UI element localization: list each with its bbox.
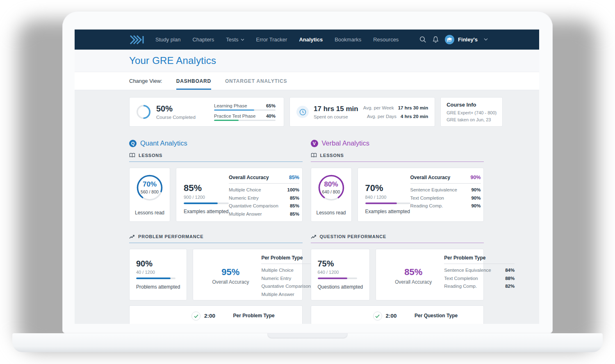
nav-item-bookmarks[interactable]: Bookmarks bbox=[335, 36, 361, 43]
view-switcher: Change View: DASHBOARD ONTARGET ANALYTIC… bbox=[75, 72, 539, 90]
check-circle-icon bbox=[373, 312, 382, 321]
table-row: Text Completion90% bbox=[410, 196, 481, 200]
learning-phase-bar bbox=[214, 109, 276, 111]
verbal-timing-card: 2:00 Per Question Type bbox=[311, 305, 484, 324]
course-info-title: Course Info bbox=[446, 102, 497, 108]
quant-timing-card: 2:00 Per Problem Type bbox=[129, 305, 303, 324]
verbal-section-title: Verbal Analytics bbox=[322, 139, 369, 147]
time-spent-value: 17 hrs 15 min bbox=[314, 105, 358, 113]
nav-item-analytics[interactable]: Analytics bbox=[299, 36, 323, 43]
laptop-notch bbox=[267, 333, 348, 339]
nav-item-study-plan[interactable]: Study plan bbox=[155, 36, 180, 43]
graduation-cap-icon bbox=[446, 37, 453, 43]
phase-progress-list: Learning Phase65% Practice Test Phase40% bbox=[214, 103, 276, 121]
course-info-line-1: GRE Expert+ (740 - 800) bbox=[446, 109, 497, 116]
verbal-lessons-donut-chart: 80% 640 / 800 bbox=[317, 174, 345, 202]
quant-lessons-heading: LESSONS bbox=[129, 152, 303, 162]
time-spent-card: 17 hrs 15 min Spent on course Avg. per W… bbox=[289, 97, 435, 127]
course-info-line-2: GRE taken on Jun, 23 bbox=[446, 116, 497, 123]
quant-lessons-read-card: 70% 560 / 800 Lessons read bbox=[129, 168, 170, 222]
table-row: Multiple Choice100% bbox=[229, 187, 299, 192]
book-icon bbox=[129, 152, 135, 158]
verbal-examples-bar bbox=[365, 202, 410, 204]
laptop-body: Study plan Chapters Tests Error Tracker … bbox=[62, 11, 553, 333]
completion-ring-chart bbox=[136, 105, 151, 119]
page-header: Your GRE Analytics bbox=[75, 50, 539, 72]
book-icon bbox=[311, 152, 317, 158]
table-row: Quantative Comparison85% bbox=[229, 203, 299, 208]
quant-lessons-donut-chart: 70% 560 / 800 bbox=[136, 174, 164, 202]
nav-item-tests[interactable]: Tests bbox=[226, 36, 244, 43]
check-circle-icon bbox=[191, 312, 200, 321]
top-navbar: Study plan Chapters Tests Error Tracker … bbox=[75, 30, 539, 50]
quant-examples-card: 85% 900 / 1200 Examples attempted Overal… bbox=[176, 168, 303, 222]
user-avatar[interactable] bbox=[445, 35, 454, 44]
quant-accuracy-table: Overall Accuracy85% Multiple Choice100% … bbox=[229, 175, 299, 215]
course-completed-value: 50% bbox=[156, 104, 196, 114]
verbal-questions-attempted-card: 75% 640 / 1200 Questions attempted bbox=[311, 249, 370, 300]
quant-analytics-column: Q Quant Analytics LESSONS bbox=[129, 139, 303, 324]
verbal-analytics-column: V Verbal Analytics LESSONS bbox=[311, 139, 484, 324]
course-completed-card: 50% Course Completed Learning Phase65% P… bbox=[129, 97, 284, 127]
table-row: Text Completion88% bbox=[444, 276, 515, 281]
averages-list: Avg. per Week17 hrs 30 min Avg. per Days… bbox=[363, 105, 428, 119]
tab-dashboard[interactable]: DASHBOARD bbox=[176, 72, 211, 90]
brand-logo-icon[interactable] bbox=[129, 34, 145, 46]
search-icon[interactable] bbox=[419, 36, 426, 43]
table-row: Multiple Answer85% bbox=[229, 212, 299, 216]
verbal-per-problem-type-table: Per Problem Type Sentence Equivalence84%… bbox=[444, 255, 515, 294]
nav-menu: Study plan Chapters Tests Error Tracker … bbox=[155, 36, 399, 43]
verbal-question-accuracy-card: 85% Overall Accuracy Per Problem Type Se… bbox=[376, 249, 484, 300]
nav-item-error-tracker[interactable]: Error Tracker bbox=[256, 36, 287, 43]
course-completed-label: Course Completed bbox=[156, 115, 196, 120]
laptop-base bbox=[12, 333, 603, 352]
table-row: Sentence Equivalence84% bbox=[444, 268, 515, 273]
chevron-down-icon bbox=[241, 39, 244, 41]
practice-phase-bar bbox=[214, 120, 276, 121]
quant-examples-bar bbox=[184, 202, 229, 204]
verbal-lessons-read-card: 80% 640 / 800 Lessons read bbox=[311, 168, 352, 222]
user-name[interactable]: Finley's bbox=[458, 36, 478, 43]
quant-problem-accuracy-card: 95% Overall Accuracy Per Problem Type Mu… bbox=[193, 249, 302, 300]
quant-section-title: Quant Analytics bbox=[140, 139, 187, 147]
quant-problems-attempted-card: 90% 40 / 1200 Problems attempted bbox=[129, 249, 187, 300]
verbal-questions-bar bbox=[318, 278, 357, 279]
verbal-lessons-heading: LESSONS bbox=[311, 152, 484, 162]
verbal-accuracy-table: Overall Accuracy90% Sentence Equivalence… bbox=[410, 175, 481, 215]
verbal-timing-table-heading: Per Question Type bbox=[415, 311, 477, 324]
quant-performance-heading: PROBLEM PERFORMANCE bbox=[129, 234, 303, 243]
course-info-card: Course Info GRE Expert+ (740 - 800) GRE … bbox=[440, 97, 503, 127]
laptop-mockup: Study plan Chapters Tests Error Tracker … bbox=[0, 0, 615, 364]
trend-up-icon bbox=[311, 234, 317, 239]
trend-up-icon bbox=[129, 234, 135, 239]
tab-ontarget-analytics[interactable]: ONTARGET ANALYTICS bbox=[225, 72, 287, 90]
quant-avg-time-value: 2:00 bbox=[204, 313, 215, 319]
verbal-performance-heading: QUESTION PERFORMANCE bbox=[311, 234, 484, 243]
nav-item-chapters[interactable]: Chapters bbox=[192, 36, 214, 43]
summary-row: 50% Course Completed Learning Phase65% P… bbox=[129, 97, 484, 127]
page-title: Your GRE Analytics bbox=[129, 55, 216, 66]
app-screen: Study plan Chapters Tests Error Tracker … bbox=[75, 30, 539, 324]
phase-row-practice: Practice Test Phase40% bbox=[214, 114, 276, 121]
quant-problems-bar bbox=[136, 278, 175, 279]
table-row: Reading Comp.90% bbox=[410, 203, 481, 208]
phase-row-learning: Learning Phase65% bbox=[214, 103, 276, 111]
clock-icon bbox=[296, 106, 309, 118]
table-row: Numeric Entry85% bbox=[229, 196, 299, 200]
change-view-label: Change View: bbox=[129, 78, 162, 84]
table-row: Reading Comp.82% bbox=[444, 284, 515, 289]
user-menu-chevron-icon[interactable] bbox=[484, 38, 488, 41]
notifications-bell-icon[interactable] bbox=[433, 36, 439, 43]
quant-badge: Q bbox=[129, 140, 137, 147]
verbal-examples-card: 70% 840 / 1200 Examples attempted Overal… bbox=[358, 168, 484, 222]
verbal-badge: V bbox=[311, 140, 318, 147]
verbal-avg-time-value: 2:00 bbox=[386, 313, 397, 319]
nav-item-resources[interactable]: Resources bbox=[373, 36, 399, 43]
quant-timing-table-heading: Per Problem Type bbox=[233, 311, 296, 324]
table-row: Sentence Equivalence90% bbox=[410, 187, 481, 192]
time-spent-label: Spent on course bbox=[314, 114, 358, 119]
